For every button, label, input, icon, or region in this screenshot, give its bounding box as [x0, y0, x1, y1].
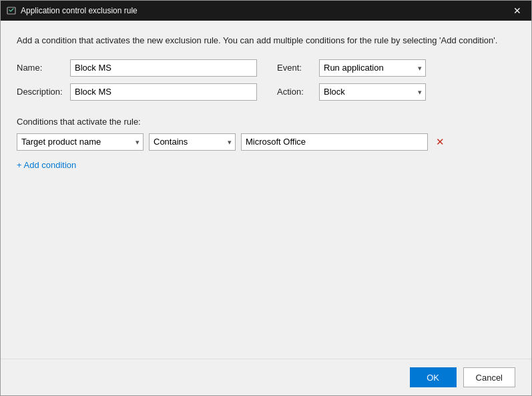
name-input[interactable]	[70, 59, 257, 77]
conditions-label: Conditions that activate the rule:	[17, 117, 515, 127]
condition-row: Target product name Target file name Pub…	[17, 133, 515, 151]
right-form: Event: Run application Open file Load li…	[277, 59, 515, 107]
left-form: Name: Description:	[17, 59, 257, 107]
condition-value-input[interactable]	[241, 133, 428, 151]
action-row: Action: Block Allow Report	[277, 83, 515, 101]
condition-field-wrapper: Target product name Target file name Pub…	[17, 133, 144, 151]
title-bar: Application control exclusion rule ✕	[1, 1, 531, 21]
ok-button[interactable]: OK	[410, 367, 457, 387]
dialog-content: Add a condition that activates the new e…	[1, 21, 531, 359]
condition-operator-select[interactable]: Contains Equals Starts with Ends with	[149, 133, 236, 151]
event-label: Event:	[277, 63, 314, 73]
add-condition-label: + Add condition	[17, 160, 76, 170]
cancel-button[interactable]: Cancel	[463, 367, 515, 387]
condition-field-select[interactable]: Target product name Target file name Pub…	[17, 133, 144, 151]
description-label: Description:	[17, 87, 70, 97]
condition-operator-wrapper: Contains Equals Starts with Ends with	[149, 133, 236, 151]
description-input[interactable]	[70, 83, 257, 101]
dialog-window: Application control exclusion rule ✕ Add…	[0, 0, 532, 396]
delete-condition-button[interactable]: ✕	[433, 135, 447, 149]
delete-icon: ✕	[436, 136, 445, 148]
action-select[interactable]: Block Allow Report	[319, 83, 426, 101]
event-select-wrapper: Run application Open file Load library	[319, 59, 426, 77]
name-label: Name:	[17, 63, 70, 73]
dialog-title: Application control exclusion rule	[21, 6, 509, 15]
dialog-footer: OK Cancel	[1, 359, 531, 395]
name-row: Name:	[17, 59, 257, 77]
action-label: Action:	[277, 87, 314, 97]
action-select-wrapper: Block Allow Report	[319, 83, 426, 101]
description-row: Description:	[17, 83, 257, 101]
form-area: Name: Description: Event: Run applicatio…	[17, 59, 515, 107]
app-icon	[6, 5, 17, 16]
description-text: Add a condition that activates the new e…	[17, 34, 515, 47]
event-select[interactable]: Run application Open file Load library	[319, 59, 426, 77]
add-condition-link[interactable]: + Add condition	[17, 160, 76, 170]
conditions-section: Conditions that activate the rule: Targe…	[17, 117, 515, 170]
close-button[interactable]: ✕	[509, 2, 526, 19]
event-row: Event: Run application Open file Load li…	[277, 59, 515, 77]
